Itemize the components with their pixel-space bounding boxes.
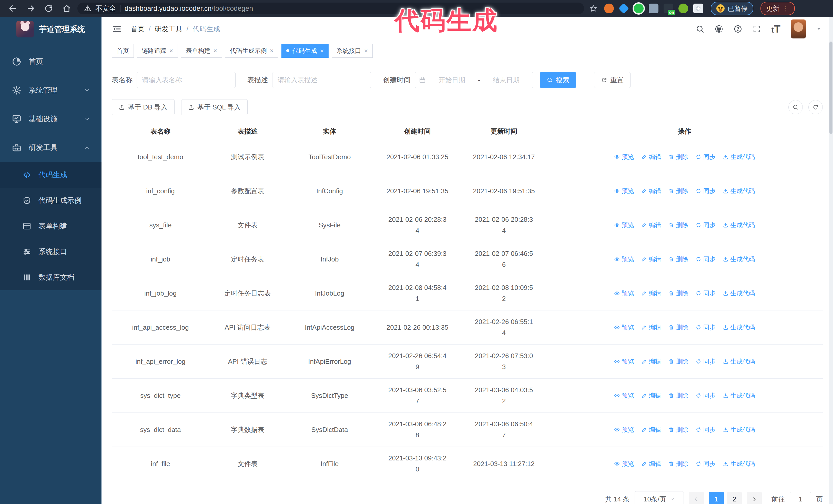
sidebar-item-infrastructure[interactable]: 基础设施 [0,104,101,133]
edit-link[interactable]: 编辑 [641,425,661,435]
tag-tab-4[interactable]: 代码生成示例× [225,44,278,58]
table-desc-input[interactable] [272,72,371,88]
scrollbar-thumb[interactable] [829,42,832,134]
profile-paused-button[interactable]: 已暂停 [711,2,753,15]
sync-link[interactable]: 同步 [696,390,716,401]
edit-link[interactable]: 编辑 [641,220,661,230]
preview-link[interactable]: 预览 [614,186,634,196]
page-size-select[interactable]: 10条/页 [635,491,684,504]
delete-link[interactable]: 删除 [668,220,688,230]
next-page-button[interactable] [747,492,762,504]
edit-link[interactable]: 编辑 [641,288,661,298]
browser-update-button[interactable]: 更新 ⋮ [760,2,795,15]
preview-link[interactable]: 预览 [614,254,634,264]
sync-link[interactable]: 同步 [696,425,716,435]
tab-close-icon[interactable]: × [320,47,324,54]
breadcrumb-home[interactable]: 首页 [131,24,145,33]
extension-icon-1[interactable] [604,4,614,13]
sync-link[interactable]: 同步 [696,356,716,367]
font-size-icon[interactable]: tT [771,23,781,35]
date-range-picker[interactable]: 开始日期 - 结束日期 [415,72,533,88]
delete-link[interactable]: 删除 [668,425,688,435]
tab-close-icon[interactable]: × [270,47,273,54]
github-icon[interactable] [715,25,723,33]
tab-close-icon[interactable]: × [214,47,217,54]
edit-link[interactable]: 编辑 [641,390,661,401]
page-button-1[interactable]: 1 [709,492,724,504]
edit-link[interactable]: 编辑 [641,254,661,264]
sync-link[interactable]: 同步 [696,186,716,196]
delete-link[interactable]: 删除 [668,288,688,298]
goto-page-input[interactable] [790,492,811,504]
preview-link[interactable]: 预览 [614,356,634,367]
reset-button[interactable]: 重置 [594,72,630,88]
generate-code-link[interactable]: 生成代码 [723,186,755,196]
search-button[interactable]: 搜索 [540,72,576,88]
browser-back-icon[interactable] [6,1,20,16]
sync-link[interactable]: 同步 [696,254,716,264]
delete-link[interactable]: 删除 [668,186,688,196]
edit-link[interactable]: 编辑 [641,322,661,333]
tab-close-icon[interactable]: × [169,47,173,54]
preview-link[interactable]: 预览 [614,152,634,162]
sidebar-subitem-code-generation-example[interactable]: 代码生成示例 [0,188,101,213]
avatar-caret-down-icon[interactable] [816,26,822,32]
sync-link[interactable]: 同步 [696,459,716,469]
preview-link[interactable]: 预览 [614,425,634,435]
refresh-table-button[interactable] [808,100,823,114]
browser-menu-kebab-icon[interactable]: ⋮ [783,5,789,13]
edit-link[interactable]: 编辑 [641,356,661,367]
browser-home-icon[interactable] [60,1,74,16]
user-avatar[interactable] [791,20,806,39]
delete-link[interactable]: 删除 [668,356,688,367]
table-name-input[interactable] [137,72,236,88]
generate-code-link[interactable]: 生成代码 [723,152,755,162]
tag-tab-1[interactable]: 首页 [112,44,134,58]
generate-code-link[interactable]: 生成代码 [723,390,755,401]
edit-link[interactable]: 编辑 [641,152,661,162]
sync-link[interactable]: 同步 [696,152,716,162]
edit-link[interactable]: 编辑 [641,459,661,469]
generate-code-link[interactable]: 生成代码 [723,356,755,367]
sidebar-logo-row[interactable]: 芋道管理系统 [0,17,101,42]
sidebar-item-dev-tools[interactable]: 研发工具 [0,133,101,162]
tag-tab-6[interactable]: 系统接口× [332,44,373,58]
breadcrumb-dev-tools[interactable]: 研发工具 [155,24,183,33]
prev-page-button[interactable] [689,492,704,504]
extension-icon-4[interactable] [649,4,659,13]
sidebar-subitem-database-doc[interactable]: 数据库文档 [0,265,101,290]
browser-reload-icon[interactable] [42,1,56,16]
generate-code-link[interactable]: 生成代码 [723,459,755,469]
browser-scrollbar[interactable] [829,17,833,504]
tag-tab-2[interactable]: 链路追踪× [137,44,178,58]
preview-link[interactable]: 预览 [614,322,634,333]
tag-tab-3[interactable]: 表单构建× [181,44,222,58]
sync-link[interactable]: 同步 [696,288,716,298]
delete-link[interactable]: 删除 [668,152,688,162]
address-bar[interactable]: 不安全 dashboard.yudao.iocoder.cn/tool/code… [77,3,584,14]
generate-code-link[interactable]: 生成代码 [723,322,755,333]
generate-code-link[interactable]: 生成代码 [723,288,755,298]
sync-link[interactable]: 同步 [696,220,716,230]
generate-code-link[interactable]: 生成代码 [723,425,755,435]
generate-code-link[interactable]: 生成代码 [723,220,755,230]
delete-link[interactable]: 删除 [668,390,688,401]
start-date-placeholder[interactable]: 开始日期 [429,76,474,85]
toggle-search-button[interactable] [788,100,803,114]
import-db-button[interactable]: 基于 DB 导入 [112,99,174,115]
generate-code-link[interactable]: 生成代码 [723,254,755,264]
preview-link[interactable]: 预览 [614,220,634,230]
delete-link[interactable]: 删除 [668,322,688,333]
sidebar-item-home[interactable]: 首页 [0,47,101,76]
end-date-placeholder[interactable]: 结束日期 [484,76,529,85]
browser-forward-icon[interactable] [24,1,38,16]
sync-link[interactable]: 同步 [696,322,716,333]
sidebar-collapse-icon[interactable] [112,24,122,34]
sidebar-subitem-form-builder[interactable]: 表单构建 [0,213,101,239]
tag-tab-5[interactable]: 代码生成× [281,44,329,58]
bookmark-star-icon[interactable] [589,4,597,13]
preview-link[interactable]: 预览 [614,459,634,469]
preview-link[interactable]: 预览 [614,288,634,298]
sidebar-subitem-system-api[interactable]: 系统接口 [0,239,101,265]
help-icon[interactable] [734,25,742,33]
